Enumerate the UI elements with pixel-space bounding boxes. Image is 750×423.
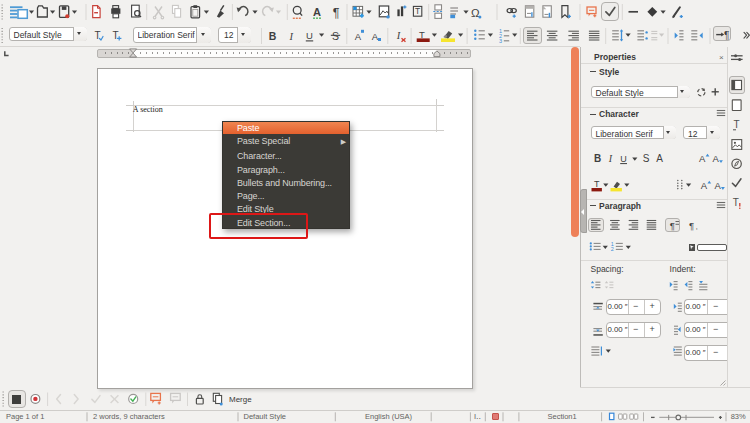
svg-text:U: U (306, 30, 313, 41)
svg-text:T: T (594, 179, 600, 189)
svg-text:B: B (594, 153, 601, 164)
svg-text:T: T (415, 6, 420, 16)
svg-text:S: S (643, 153, 650, 164)
svg-text:T: T (419, 29, 425, 40)
svg-text:A: A (372, 31, 379, 42)
svg-text:¶: ¶ (724, 30, 729, 41)
svg-text:3: 3 (499, 38, 502, 44)
svg-text:2: 2 (611, 246, 614, 252)
svg-text:¶: ¶ (333, 6, 340, 20)
svg-text:A: A (355, 31, 362, 42)
svg-text:A: A (713, 153, 720, 164)
svg-text:U: U (620, 154, 627, 164)
svg-text:I: I (608, 153, 613, 164)
svg-text:T: T (112, 30, 118, 41)
svg-text:I: I (396, 30, 401, 41)
svg-text:A: A (701, 180, 708, 191)
svg-text:T: T (734, 119, 740, 130)
svg-text:I: I (288, 31, 293, 42)
svg-text:,: , (696, 223, 698, 230)
svg-text:¶: ¶ (670, 220, 675, 231)
svg-text:¶: ¶ (689, 220, 694, 231)
svg-text:A: A (699, 153, 706, 164)
svg-text:A: A (313, 6, 321, 18)
svg-text:A: A (714, 180, 721, 191)
svg-text:T: T (733, 197, 739, 208)
svg-text:A: A (656, 153, 663, 164)
svg-text:B: B (269, 30, 277, 42)
